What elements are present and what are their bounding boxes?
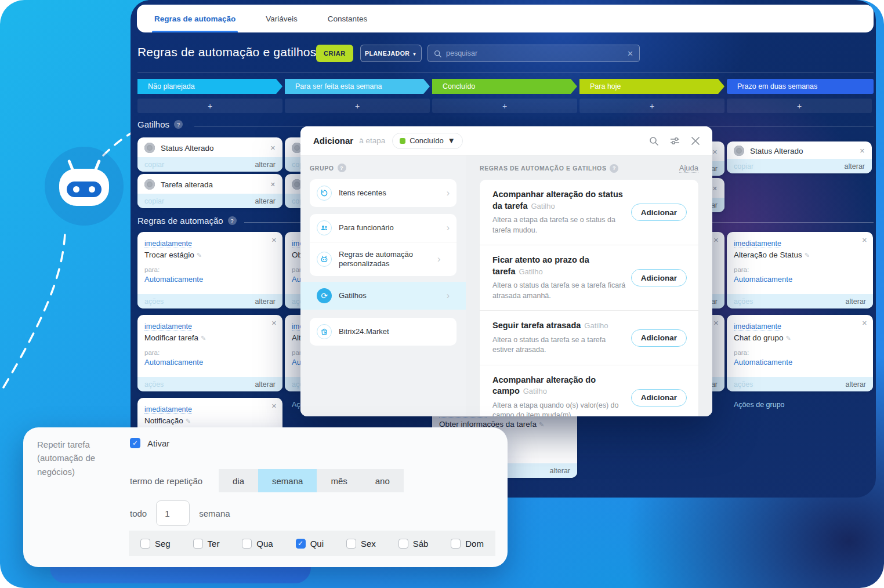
trigger-card[interactable]: Tarefa alterada ✕ copiaralterar [137,174,282,208]
trigger-card[interactable]: Status Alterado ✕ copiaralterar [727,141,872,173]
help-icon[interactable]: ? [228,216,237,225]
alter-action[interactable]: alterar [550,467,570,475]
actions-action[interactable]: ações [734,380,753,389]
planner-button[interactable]: PLANEJADOR▼ [360,45,422,62]
rule-when-link[interactable]: imediatamente [734,322,781,331]
term-option-month[interactable]: mês [317,469,361,492]
rule-to-link[interactable]: Automaticamente [144,275,203,284]
term-option-day[interactable]: dia [219,469,258,492]
rule-card[interactable]: imediatamente Alteração de Status✎ para:… [727,232,873,308]
add-item-button[interactable]: Adicionar [631,389,687,406]
tab-variables[interactable]: Variáveis [266,5,298,32]
close-icon[interactable] [691,137,700,145]
stage-header[interactable]: Para hoje [579,79,724,94]
group-item-market[interactable]: Bitrix24.Market [310,318,457,346]
weekday-checkbox[interactable] [193,539,203,549]
edit-icon[interactable]: ✎ [201,335,206,342]
rule-when-link[interactable]: imediatamente [144,239,192,248]
stage-header[interactable]: Concluído [432,79,577,94]
weekday-saturday[interactable]: Sáb [398,539,429,549]
group-item-triggers-selected[interactable]: ⟳ Gatilhos › [300,282,466,310]
rule-card[interactable]: imediatamente Chat do grupo✎ para: Autom… [727,315,873,391]
stage-header[interactable]: Não planejada [137,79,282,94]
copy-action[interactable]: copiar [144,197,164,205]
alter-action[interactable]: alterar [845,162,865,170]
weekday-checkbox-checked[interactable]: ✓ [296,539,306,549]
weekday-checkbox[interactable] [398,539,408,549]
close-icon[interactable]: ✕ [712,148,718,156]
copy-action[interactable]: copiar [144,161,164,169]
filter-sliders-icon[interactable] [670,136,680,146]
rule-to-link[interactable]: Automaticamente [734,275,792,284]
add-card-button[interactable]: + [432,99,577,113]
alter-action[interactable]: alterar [255,380,276,389]
alter-action[interactable]: alterar [255,161,276,169]
close-icon[interactable]: ✕ [270,144,276,152]
close-icon[interactable]: ✕ [713,320,719,327]
edit-icon[interactable]: ✎ [539,421,544,428]
edit-icon[interactable]: ✎ [197,252,202,259]
search-box[interactable]: ✕ [427,45,640,62]
alter-action[interactable]: alterar [846,380,866,389]
weekday-tuesday[interactable]: Ter [193,539,220,549]
help-icon[interactable]: ? [338,164,346,172]
close-icon[interactable]: ✕ [713,237,719,244]
copy-action[interactable]: copiar [734,162,753,170]
close-icon[interactable]: ✕ [271,320,277,327]
edit-icon[interactable]: ✎ [805,252,810,259]
tab-constants[interactable]: Constantes [328,5,367,32]
rule-card[interactable]: imediatamente Modificar tarefa✎ para: Au… [137,315,282,391]
weekday-checkbox[interactable] [140,539,150,549]
search-input[interactable] [446,49,627,57]
actions-action[interactable]: ações [734,297,753,306]
trigger-card[interactable]: Status Alterado ✕ copiaralterar [137,137,282,172]
help-icon[interactable]: ? [610,164,618,173]
add-item-button[interactable]: Adicionar [631,269,687,286]
help-icon[interactable]: ? [174,120,183,129]
add-card-button[interactable]: + [727,99,872,113]
stage-selector[interactable]: Concluído ▼ [392,133,462,149]
tab-automation-rules[interactable]: Regras de automação [154,5,236,32]
add-card-button[interactable]: + [285,99,430,113]
help-link[interactable]: Ajuda [679,164,698,173]
group-item-recent[interactable]: Itens recentes › [310,179,457,207]
activate-checkbox[interactable]: ✓ [130,438,140,448]
rule-to-link[interactable]: Automaticamente [144,358,203,366]
close-icon[interactable]: ✕ [862,237,867,244]
alter-action[interactable]: alterar [255,297,276,306]
rule-card[interactable]: imediatamente Trocar estágio✎ para: Auto… [137,232,282,308]
weekday-wednesday[interactable]: Qua [242,539,273,549]
alter-action[interactable]: alterar [846,297,866,306]
close-icon[interactable]: ✕ [270,181,276,188]
close-icon[interactable]: ✕ [712,185,718,193]
edit-icon[interactable]: ✎ [786,335,791,342]
weekday-sunday[interactable]: Dom [451,539,484,549]
actions-action[interactable]: ações [144,297,164,306]
close-icon[interactable]: ✕ [271,402,277,410]
add-item-button[interactable]: Adicionar [631,329,687,347]
close-icon[interactable]: ✕ [271,237,277,244]
weekday-monday[interactable]: Seg [140,539,171,549]
weekday-friday[interactable]: Sex [346,539,376,549]
weekday-thursday[interactable]: ✓Qui [296,539,324,549]
close-icon[interactable]: ✕ [860,147,865,155]
add-card-button[interactable]: + [137,99,282,113]
weekday-checkbox[interactable] [242,539,252,549]
weekday-checkbox[interactable] [451,539,461,549]
actions-action[interactable]: ações [144,380,164,389]
weekday-checkbox[interactable] [346,539,356,549]
term-option-year[interactable]: ano [361,469,404,492]
every-value-input[interactable] [156,500,190,526]
stage-header[interactable]: Para ser feita esta semana [285,79,430,94]
term-option-week[interactable]: semana [258,469,317,492]
search-icon[interactable] [649,136,658,146]
clear-search-icon[interactable]: ✕ [627,49,633,58]
create-button[interactable]: CRIAR [316,45,353,62]
edit-icon[interactable]: ✎ [186,418,191,424]
rule-when-link[interactable]: imediatamente [144,405,192,414]
stage-header[interactable]: Prazo em duas semanas [727,79,874,94]
rule-when-link[interactable]: imediatamente [734,239,781,248]
group-item-custom-rules[interactable]: Regras de automação personalizadas › [310,242,457,276]
close-icon[interactable]: ✕ [862,320,867,327]
group-item-employee[interactable]: Para funcionário › [310,214,457,242]
